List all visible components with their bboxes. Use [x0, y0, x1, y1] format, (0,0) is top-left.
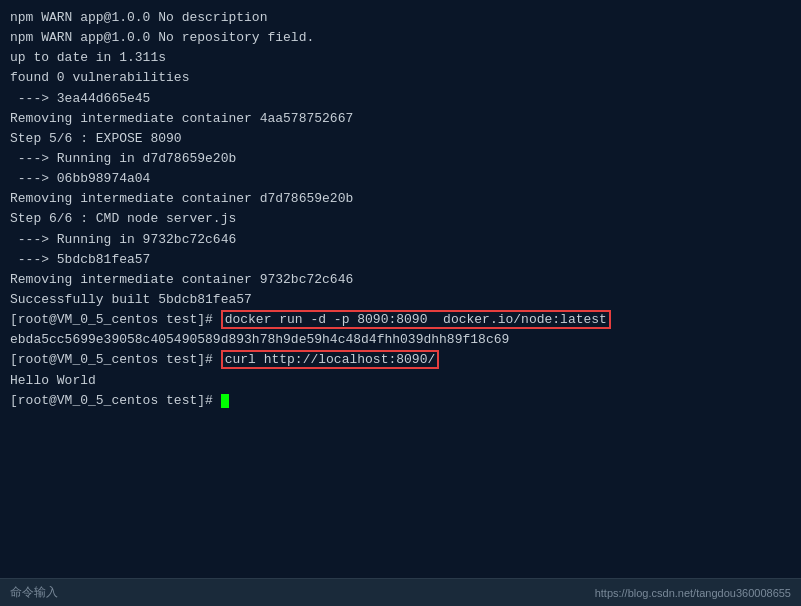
terminal-cursor	[221, 394, 229, 408]
bottom-right-label: https://blog.csdn.net/tangdou360008655	[595, 587, 791, 599]
terminal-line: npm WARN app@1.0.0 No repository field.	[10, 28, 791, 48]
highlighted-command: docker run -d -p 8090:8090 docker.io/nod…	[221, 310, 611, 329]
terminal-line: ---> Running in 9732bc72c646	[10, 230, 791, 250]
terminal-line: Removing intermediate container 9732bc72…	[10, 270, 791, 290]
terminal-line: ---> 3ea44d665e45	[10, 89, 791, 109]
terminal-line: ebda5cc5699e39058c405490589d893h78h9de59…	[10, 330, 791, 350]
bottom-bar: 命令输入 https://blog.csdn.net/tangdou360008…	[0, 578, 801, 606]
terminal-line: found 0 vulnerabilities	[10, 68, 791, 88]
highlighted-command: curl http://localhost:8090/	[221, 350, 440, 369]
terminal-window: npm WARN app@1.0.0 No descriptionnpm WAR…	[0, 0, 801, 578]
terminal-line: Removing intermediate container 4aa57875…	[10, 109, 791, 129]
terminal-line: ---> Running in d7d78659e20b	[10, 149, 791, 169]
terminal-line: npm WARN app@1.0.0 No description	[10, 8, 791, 28]
terminal-line: Successfully built 5bdcb81fea57	[10, 290, 791, 310]
terminal-line: [root@VM_0_5_centos test]#	[10, 391, 791, 411]
terminal-line: Step 5/6 : EXPOSE 8090	[10, 129, 791, 149]
terminal-line: ---> 06bb98974a04	[10, 169, 791, 189]
terminal-line: up to date in 1.311s	[10, 48, 791, 68]
terminal-line: Step 6/6 : CMD node server.js	[10, 209, 791, 229]
terminal-line: [root@VM_0_5_centos test]# curl http://l…	[10, 350, 791, 370]
bottom-left-label: 命令输入	[10, 584, 58, 601]
terminal-line: Removing intermediate container d7d78659…	[10, 189, 791, 209]
terminal-line: [root@VM_0_5_centos test]# docker run -d…	[10, 310, 791, 330]
terminal-line: Hello World	[10, 371, 791, 391]
terminal-content[interactable]: npm WARN app@1.0.0 No descriptionnpm WAR…	[0, 0, 801, 578]
terminal-line: ---> 5bdcb81fea57	[10, 250, 791, 270]
